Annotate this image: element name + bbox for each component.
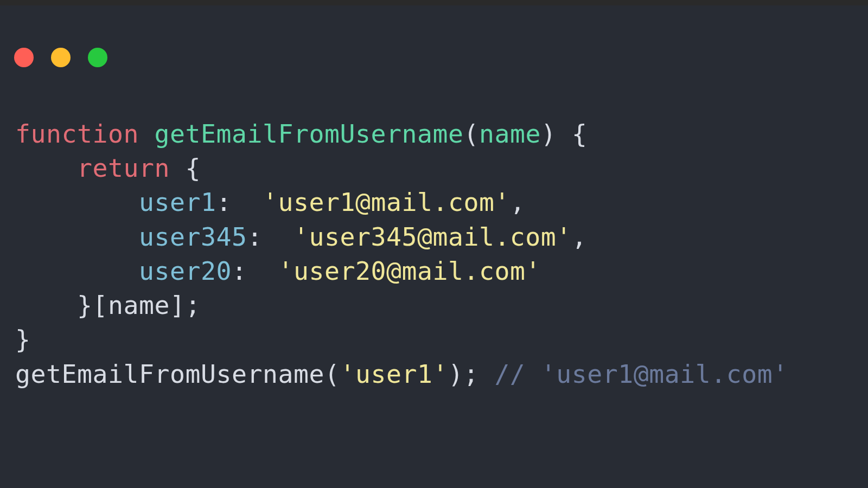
property-key: user1 bbox=[139, 188, 216, 217]
window-controls bbox=[0, 5, 868, 67]
string-literal: 'user20@mail.com' bbox=[278, 256, 540, 286]
property-key: user20 bbox=[139, 256, 232, 286]
property-key: user345 bbox=[139, 222, 247, 252]
keyword-return: return bbox=[77, 153, 170, 183]
minimize-window-button[interactable] bbox=[51, 48, 71, 67]
maximize-window-button[interactable] bbox=[88, 48, 107, 67]
parameter: name bbox=[479, 119, 541, 149]
code-line-4: user345: 'user345@mail.com', bbox=[15, 220, 868, 254]
code-line-5: user20: 'user20@mail.com' bbox=[15, 254, 868, 288]
code-editor: function getEmailFromUsername(name) { re… bbox=[0, 5, 868, 488]
code-line-9: getEmailFromUsername('user1'); // 'user1… bbox=[15, 357, 868, 391]
close-window-button[interactable] bbox=[14, 48, 34, 67]
comment: // 'user1@mail.com' bbox=[494, 359, 788, 389]
code-line-2: return { bbox=[15, 151, 868, 185]
string-literal: 'user345@mail.com' bbox=[293, 222, 572, 252]
code-line-3: user1: 'user1@mail.com', bbox=[15, 185, 868, 220]
keyword-function: function bbox=[15, 119, 139, 149]
top-bar bbox=[0, 0, 868, 5]
function-name: getEmailFromUsername bbox=[154, 119, 463, 149]
code-line-6: }[name]; bbox=[15, 288, 868, 323]
function-call: getEmailFromUsername( bbox=[15, 359, 340, 389]
string-argument: 'user1' bbox=[340, 359, 448, 389]
string-literal: 'user1@mail.com' bbox=[263, 188, 510, 217]
code-content: function getEmailFromUsername(name) { re… bbox=[0, 67, 868, 391]
code-line-1: function getEmailFromUsername(name) { bbox=[15, 117, 868, 151]
code-line-7: } bbox=[15, 323, 868, 357]
